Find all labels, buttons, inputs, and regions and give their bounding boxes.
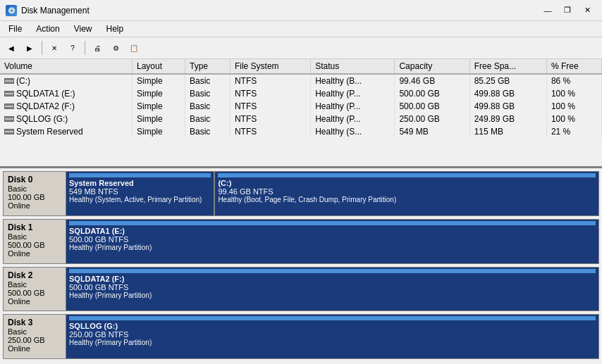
col-filesystem[interactable]: File System	[230, 59, 310, 74]
vol-stripe-icon	[4, 116, 14, 122]
toolbar: ◀ ▶ ✕ ? 🖨 ⚙ 📋	[0, 37, 602, 59]
partition-status: Healthy (Boot, Page File, Crash Dump, Pr…	[218, 196, 596, 203]
cell-status: Healthy (P...	[311, 87, 395, 100]
disk-status: Online	[8, 297, 61, 306]
partition[interactable]: SQLDATA1 (E:) 500.00 GB NTFS Healthy (Pr…	[66, 220, 598, 263]
vol-stripe-icon	[4, 78, 14, 84]
disk-row: Disk 0 Basic 100.00 GB Online System Res…	[3, 171, 599, 216]
disk-type: Basic	[8, 327, 61, 336]
cell-layout: Simple	[132, 100, 185, 113]
cell-fs: NTFS	[230, 125, 310, 138]
menu-view[interactable]: View	[68, 23, 98, 35]
close-button[interactable]: ✕	[578, 4, 596, 18]
toolbar-help[interactable]: ?	[64, 39, 81, 56]
partition-size: 500.00 GB NTFS	[69, 235, 596, 244]
vol-stripe-icon	[4, 91, 14, 96]
cell-volume: (C:)	[0, 74, 132, 87]
cell-pct: 100 %	[546, 113, 601, 125]
disk-name: Disk 1	[8, 222, 61, 232]
app-icon: 💿	[6, 5, 17, 16]
disk-partitions-1: SQLDATA1 (E:) 500.00 GB NTFS Healthy (Pr…	[66, 219, 599, 264]
toolbar-back[interactable]: ◀	[3, 39, 20, 56]
cell-layout: Simple	[132, 87, 185, 100]
cell-volume: SQLDATA1 (E:)	[0, 87, 132, 100]
cell-free: 85.25 GB	[469, 74, 546, 87]
disk-partitions-0: System Reserved 549 MB NTFS Healthy (Sys…	[66, 171, 599, 216]
table-header-row: Volume Layout Type File System Status Ca…	[0, 59, 602, 74]
disk-panel: Disk 0 Basic 100.00 GB Online System Res…	[0, 168, 602, 362]
table-row[interactable]: (C:) Simple Basic NTFS Healthy (B... 99.…	[0, 74, 602, 87]
table-row[interactable]: SQLDATA1 (E:) Simple Basic NTFS Healthy …	[0, 87, 602, 100]
partition[interactable]: SQLDATA2 (F:) 500.00 GB NTFS Healthy (Pr…	[66, 268, 598, 311]
restore-button[interactable]: ❐	[558, 4, 577, 18]
partition[interactable]: System Reserved 549 MB NTFS Healthy (Sys…	[66, 172, 215, 215]
cell-type: Basic	[185, 100, 230, 113]
disk-status: Online	[8, 201, 61, 210]
cell-capacity: 500.00 GB	[395, 87, 469, 100]
disk-size: 100.00 GB	[8, 193, 61, 201]
col-capacity[interactable]: Capacity	[395, 59, 469, 74]
cell-pct: 100 %	[546, 100, 601, 113]
disk-label-3: Disk 3 Basic 250.00 GB Online	[3, 314, 66, 359]
col-type[interactable]: Type	[185, 59, 230, 74]
partition-name: System Reserved	[69, 179, 211, 187]
cell-type: Basic	[185, 125, 230, 138]
partition-size: 500.00 GB NTFS	[69, 283, 596, 291]
table-row[interactable]: SQLLOG (G:) Simple Basic NTFS Healthy (P…	[0, 113, 602, 125]
partition[interactable]: SQLLOG (G:) 250.00 GB NTFS Healthy (Prim…	[66, 315, 598, 358]
cell-pct: 21 %	[546, 125, 601, 138]
toolbar-clipboard[interactable]: 📋	[125, 39, 142, 56]
cell-volume: SQLDATA2 (F:)	[0, 100, 132, 113]
title-bar: 💿 Disk Management — ❐ ✕	[0, 0, 602, 21]
cell-status: Healthy (B...	[311, 74, 395, 87]
cell-type: Basic	[185, 113, 230, 125]
cell-type: Basic	[185, 87, 230, 100]
disk-row: Disk 2 Basic 500.00 GB Online SQLDATA2 (…	[3, 267, 599, 312]
table-row[interactable]: System Reserved Simple Basic NTFS Health…	[0, 125, 602, 138]
col-layout[interactable]: Layout	[132, 59, 185, 74]
col-pct-free[interactable]: % Free	[546, 59, 601, 74]
cell-capacity: 250.00 GB	[395, 113, 469, 125]
partition-header	[69, 316, 596, 320]
partition-size: 549 MB NTFS	[69, 187, 211, 196]
cell-volume: System Reserved	[0, 125, 132, 138]
cell-status: Healthy (S...	[311, 125, 395, 138]
volume-table-panel: Volume Layout Type File System Status Ca…	[0, 59, 602, 168]
partition-status: Healthy (Primary Partition)	[69, 244, 596, 251]
menu-help[interactable]: Help	[101, 23, 130, 35]
disk-size: 250.00 GB	[8, 336, 61, 344]
disk-status: Online	[8, 344, 61, 353]
main-content: Volume Layout Type File System Status Ca…	[0, 59, 602, 362]
toolbar-delete[interactable]: ✕	[46, 39, 63, 56]
cell-layout: Simple	[132, 74, 185, 87]
partition-name: SQLDATA1 (E:)	[69, 227, 596, 235]
toolbar-settings[interactable]: ⚙	[107, 39, 124, 56]
toolbar-print[interactable]: 🖨	[89, 39, 106, 56]
cell-status: Healthy (P...	[311, 100, 395, 113]
partition-status: Healthy (Primary Partition)	[69, 291, 596, 299]
partition-name: (C:)	[218, 179, 596, 187]
disk-type: Basic	[8, 184, 61, 193]
col-status[interactable]: Status	[311, 59, 395, 74]
table-row[interactable]: SQLDATA2 (F:) Simple Basic NTFS Healthy …	[0, 100, 602, 113]
partition-header	[69, 269, 596, 273]
cell-fs: NTFS	[230, 74, 310, 87]
partition-name: SQLDATA2 (F:)	[69, 275, 596, 283]
partition-header	[69, 173, 211, 177]
minimize-button[interactable]: —	[539, 4, 557, 18]
cell-layout: Simple	[132, 125, 185, 138]
toolbar-sep-2	[85, 41, 85, 55]
cell-free: 249.89 GB	[469, 113, 546, 125]
disk-name: Disk 0	[8, 175, 61, 184]
menu-file[interactable]: File	[3, 23, 27, 35]
toolbar-forward[interactable]: ▶	[21, 39, 38, 56]
col-free-space[interactable]: Free Spa...	[469, 59, 546, 74]
cell-capacity: 500.00 GB	[395, 100, 469, 113]
disk-name: Disk 3	[8, 318, 61, 327]
partition[interactable]: (C:) 99.46 GB NTFS Healthy (Boot, Page F…	[215, 172, 598, 215]
col-volume[interactable]: Volume	[0, 59, 132, 74]
menu-action[interactable]: Action	[30, 23, 65, 35]
vol-stripe-icon	[4, 129, 14, 134]
partition-size: 99.46 GB NTFS	[218, 187, 596, 196]
cell-pct: 100 %	[546, 87, 601, 100]
